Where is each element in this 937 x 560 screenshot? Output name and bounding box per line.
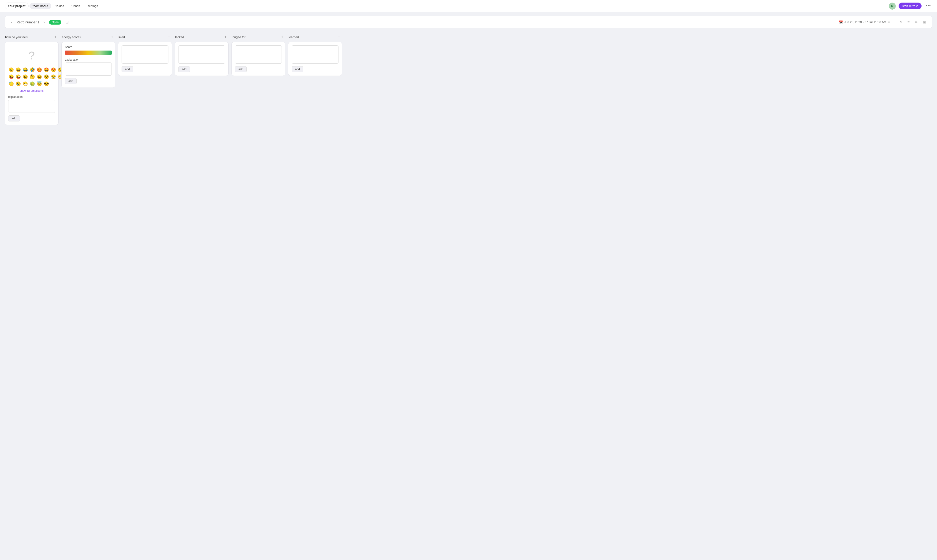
column-label-longed: longed for — [232, 35, 245, 39]
liked-add-button[interactable]: add — [122, 66, 133, 72]
longed-add-button[interactable]: add — [235, 66, 247, 72]
retro-title: Retro number 1 — [16, 20, 39, 24]
feel-add-button[interactable]: add — [8, 115, 20, 122]
copy-link-button[interactable]: ⊡ — [64, 19, 70, 25]
column-header-lacked: lacked + — [175, 32, 228, 42]
avatar: R — [889, 3, 896, 9]
liked-card: add — [118, 42, 172, 76]
add-lacked-button[interactable]: + — [223, 34, 228, 40]
learned-add-button[interactable]: add — [292, 66, 303, 72]
lacked-card: add — [175, 42, 228, 76]
emoji-14[interactable]: 😵 — [43, 74, 49, 80]
date-text: Jun 23, 2020 - 07 Jul 11:00 AM — [844, 20, 886, 24]
add-longed-button[interactable]: + — [280, 34, 284, 40]
nav-right: R start retro 2 ••• — [889, 3, 932, 9]
emoji-20[interactable]: 🤢 — [29, 81, 36, 87]
emoji-10[interactable]: 😜 — [15, 74, 21, 80]
tab-settings[interactable]: settings — [84, 3, 102, 9]
emoji-15[interactable]: 😤 — [50, 74, 56, 80]
status-badge: Open — [49, 20, 62, 25]
retro-header: ‹ Retro number 1 › Open ⊡ 📅 Jun 23, 2020… — [5, 16, 932, 28]
emoji-6[interactable]: 🤩 — [43, 67, 49, 73]
column-header-longed: longed for + — [232, 32, 285, 42]
emoji-17[interactable]: 😓 — [8, 81, 14, 87]
add-learned-button[interactable]: + — [337, 34, 341, 40]
emoji-18[interactable]: 😢 — [15, 81, 21, 87]
emoji-4[interactable]: 🤣 — [29, 67, 36, 73]
feel-explanation-label: explanation — [8, 95, 55, 98]
more-menu-button[interactable]: ••• — [925, 3, 932, 9]
column-header-feel: how do you feel? + — [5, 32, 59, 42]
question-mark-icon: ? — [8, 45, 55, 67]
retro-next-button[interactable]: › — [42, 20, 46, 25]
tab-trends[interactable]: trends — [68, 3, 83, 9]
column-learned: learned + add — [288, 32, 342, 127]
energy-card: Score explanation add — [62, 42, 115, 88]
refresh-button[interactable]: ↻ — [898, 19, 904, 25]
energy-explanation-label: explanation — [65, 58, 112, 61]
energy-explanation-textarea[interactable] — [65, 63, 112, 75]
list-view-button[interactable]: ≡ — [906, 19, 911, 25]
calendar-icon: 📅 — [839, 20, 843, 24]
column-header-energy: energy score? + — [62, 32, 115, 42]
edit-date-button[interactable]: ✏ — [888, 20, 891, 24]
emoji-5[interactable]: 😡 — [36, 67, 42, 73]
lacked-textarea[interactable] — [178, 45, 225, 64]
column-energy-score: energy score? + Score explanation add — [62, 32, 115, 127]
emoji-11[interactable]: 😐 — [22, 74, 28, 80]
emoji-2[interactable]: 😄 — [15, 67, 21, 73]
liked-textarea[interactable] — [122, 45, 168, 64]
longed-textarea[interactable] — [235, 45, 282, 64]
retro-date-range: 📅 Jun 23, 2020 - 07 Jul 11:00 AM ✏ — [839, 20, 891, 24]
show-all-emoticons-link[interactable]: show all emoticons — [8, 89, 55, 92]
add-liked-button[interactable]: + — [167, 34, 171, 40]
column-label-liked: liked — [119, 35, 125, 39]
add-feel-button[interactable]: + — [53, 34, 58, 40]
emoji-1[interactable]: 🙂 — [8, 67, 14, 73]
emoji-grid: 🙂 😄 😂 🤣 😡 🤩 😍 😘 😛 😜 😐 🤔 😑 😵 😤 😬 😓 😢 😷 — [8, 67, 55, 87]
edit-view-button[interactable]: ✏ — [913, 19, 919, 25]
column-label-learned: learned — [289, 35, 299, 39]
column-header-learned: learned + — [288, 32, 342, 42]
emoji-21[interactable]: 😇 — [36, 81, 42, 87]
emoji-19[interactable]: 😷 — [22, 81, 28, 87]
board: how do you feel? + ? 🙂 😄 😂 🤣 😡 🤩 😍 😘 😛 😜… — [0, 32, 937, 132]
project-title-button[interactable]: Your project — [5, 3, 29, 9]
feel-explanation-textarea[interactable] — [8, 100, 55, 113]
lacked-add-button[interactable]: add — [178, 66, 190, 72]
learned-card: add — [288, 42, 342, 76]
score-title: Score — [65, 45, 112, 49]
longed-card: add — [232, 42, 285, 76]
tab-to-dos[interactable]: to-dos — [52, 3, 67, 9]
column-longed-for: longed for + add — [232, 32, 285, 127]
energy-add-button[interactable]: add — [65, 78, 77, 84]
feel-card: ? 🙂 😄 😂 🤣 😡 🤩 😍 😘 😛 😜 😐 🤔 😑 😵 😤 😬 😓 — [5, 42, 59, 125]
tab-team-board[interactable]: team board — [29, 3, 51, 9]
column-lacked: lacked + add — [175, 32, 228, 127]
start-retro-button[interactable]: start retro 2 — [898, 3, 922, 9]
column-header-liked: liked + — [118, 32, 172, 42]
emoji-13[interactable]: 😑 — [36, 74, 42, 80]
column-label-energy: energy score? — [62, 35, 81, 39]
top-nav: Your project team board to-dos trends se… — [0, 0, 937, 12]
emoji-12[interactable]: 🤔 — [29, 74, 36, 80]
emoji-7[interactable]: 😍 — [50, 67, 56, 73]
grid-view-button[interactable]: ⊞ — [922, 19, 928, 25]
column-label-feel: how do you feel? — [5, 35, 28, 39]
column-label-lacked: lacked — [175, 35, 184, 39]
retro-prev-button[interactable]: ‹ — [9, 20, 14, 25]
emoji-22[interactable]: 😎 — [43, 81, 49, 87]
score-gradient-bar — [65, 51, 112, 55]
learned-textarea[interactable] — [292, 45, 338, 64]
add-energy-button[interactable]: + — [110, 34, 114, 40]
emoji-9[interactable]: 😛 — [8, 74, 14, 80]
column-liked: liked + add — [118, 32, 172, 127]
retro-actions: ↻ ≡ ✏ ⊞ — [898, 19, 928, 25]
column-how-do-you-feel: how do you feel? + ? 🙂 😄 😂 🤣 😡 🤩 😍 😘 😛 😜… — [5, 32, 59, 127]
emoji-3[interactable]: 😂 — [22, 67, 28, 73]
